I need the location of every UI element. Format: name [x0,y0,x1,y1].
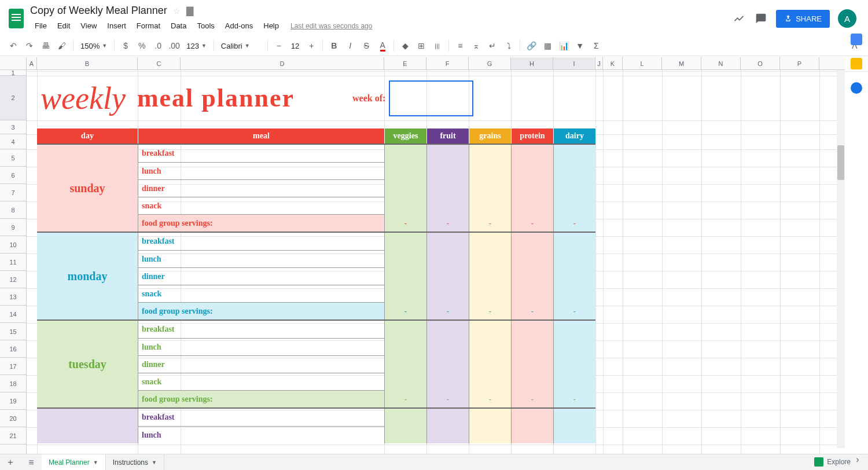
font-size-inc[interactable]: + [304,38,319,53]
comments-icon[interactable] [754,12,768,25]
meal-breakfast[interactable]: breakfast [138,409,384,426]
increase-decimal-icon[interactable]: .00 [167,38,182,53]
strikethrough-icon[interactable]: S [359,38,374,53]
cell-dairy[interactable]: - [553,214,595,232]
cell-dairy[interactable] [553,409,595,426]
col-G[interactable]: G [469,57,511,69]
cell-veg[interactable] [384,285,426,302]
redo-icon[interactable]: ↷ [22,38,37,53]
cell-dairy[interactable] [553,145,595,162]
cell-dairy[interactable]: - [553,302,595,320]
row-6[interactable]: 6 [0,167,26,184]
more-formats[interactable]: 123▼ [183,41,210,52]
borders-icon[interactable]: ⊞ [414,38,429,53]
row-1[interactable]: 1 [0,70,26,76]
cell-fruit[interactable] [426,162,469,179]
decrease-decimal-icon[interactable]: .0 [150,38,165,53]
cell-grain[interactable] [469,250,511,267]
day-tuesday[interactable]: tuesday [37,321,138,407]
cell-fruit[interactable] [426,355,469,373]
cell-veg[interactable] [384,321,426,338]
cell-fruit[interactable] [426,267,469,285]
cell-protein[interactable]: - [511,214,553,232]
meal-lunch[interactable]: lunch [138,338,384,355]
comment-icon[interactable]: ▦ [540,38,555,53]
cell-grain[interactable] [469,409,511,426]
row-3[interactable]: 3 [0,120,26,134]
text-color-icon[interactable]: A [375,38,390,53]
day-monday[interactable]: monday [37,233,138,320]
cell-veg[interactable]: - [384,214,426,232]
currency-icon[interactable]: $ [118,38,133,53]
cell-protein[interactable] [511,267,553,285]
explore-button[interactable]: Explore [814,454,851,470]
filter-icon[interactable]: ▼ [572,38,587,53]
row-15[interactable]: 15 [0,323,26,340]
cell-veg[interactable] [384,250,426,267]
cell-grain[interactable] [469,321,511,338]
h-align-icon[interactable]: ≡ [453,38,468,53]
cell-fruit[interactable] [426,179,469,197]
cell-protein[interactable] [511,197,553,214]
cell-dairy[interactable] [553,267,595,285]
cell-grain[interactable] [469,355,511,373]
tab-instructions[interactable]: Instructions▼ [106,454,164,470]
row-13[interactable]: 13 [0,288,26,306]
tab-meal-planner[interactable]: Meal Planner▼ [42,454,106,470]
doc-title[interactable]: Copy of Weekly Meal Planner [30,5,167,17]
font-size-dec[interactable]: − [271,38,286,53]
week-of-cell[interactable] [389,80,473,116]
col-A[interactable]: A [27,57,37,69]
meal-breakfast[interactable]: breakfast [138,145,384,162]
cell-dairy[interactable] [553,426,595,443]
cell-protein[interactable] [511,338,553,355]
merge-icon[interactable]: ⫼ [430,38,445,53]
row-19[interactable]: 19 [0,392,26,410]
cell-protein[interactable] [511,162,553,179]
cell-veg[interactable] [384,267,426,285]
tasks-icon[interactable] [851,82,862,94]
col-C[interactable]: C [138,57,181,69]
cell-protein[interactable] [511,355,553,373]
keep-icon[interactable] [851,58,862,69]
meal-dinner[interactable]: dinner [138,267,384,285]
cell-fruit[interactable] [426,321,469,338]
cell-fruit[interactable] [426,285,469,302]
italic-icon[interactable]: I [343,38,358,53]
cell-fruit[interactable] [426,233,469,250]
cell-protein[interactable]: - [511,302,553,320]
meal-lunch[interactable]: lunch [138,250,384,267]
vertical-scrollbar[interactable] [837,70,845,448]
last-edit[interactable]: Last edit was seconds ago [290,22,372,30]
row-9[interactable]: 9 [0,219,26,236]
cell-fruit[interactable]: - [426,214,469,232]
cell-veg[interactable] [384,162,426,179]
col-J[interactable]: J [595,57,603,69]
cell-grain[interactable] [469,373,511,390]
zoom-select[interactable]: 150%▼ [77,41,111,52]
cell-grain[interactable] [469,267,511,285]
menu-tools[interactable]: Tools [192,19,219,32]
cell-fruit[interactable] [426,145,469,162]
meal-lunch[interactable]: lunch [138,162,384,179]
row-18[interactable]: 18 [0,375,26,392]
cell-fruit[interactable] [426,426,469,443]
cell-grain[interactable] [469,179,511,197]
paint-format-icon[interactable]: 🖌 [54,38,69,53]
meal-breakfast[interactable]: breakfast [138,233,384,250]
cell-dairy[interactable] [553,162,595,179]
cell-grain[interactable]: - [469,302,511,320]
cell-dairy[interactable] [553,321,595,338]
meal-servings[interactable]: food group servings: [138,390,384,407]
row-17[interactable]: 17 [0,358,26,375]
cell-dairy[interactable] [553,373,595,390]
undo-icon[interactable]: ↶ [6,38,21,53]
cell-veg[interactable] [384,373,426,390]
col-O[interactable]: O [741,57,780,69]
col-B[interactable]: B [37,57,138,69]
row-16[interactable]: 16 [0,340,26,358]
cell-dairy[interactable] [553,355,595,373]
menu-addons[interactable]: Add-ons [220,19,258,32]
row-10[interactable]: 10 [0,236,26,254]
cell-protein[interactable] [511,285,553,302]
